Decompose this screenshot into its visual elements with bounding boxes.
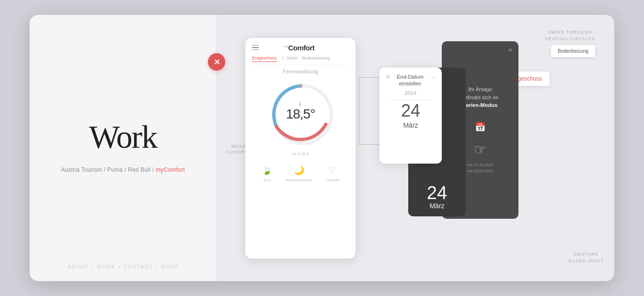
- end-datum-title: End-Datumeinstellen: [391, 73, 430, 87]
- nav-shop[interactable]: SHOP: [161, 264, 178, 270]
- abesenkbetrieb-icon: 🌙: [294, 165, 304, 176]
- bottom-nav: ABOUT / WORK / CONTACT / SHOP: [68, 264, 178, 270]
- mode-icons: 🍃 Eco 🌙 Abesenkbetrieb ♡ Comfort: [245, 160, 356, 182]
- cal-dark-day: 24: [427, 184, 447, 202]
- temperature-value: 18,5°: [286, 107, 315, 121]
- mode-eco[interactable]: 🍃 Eco: [262, 165, 272, 182]
- swipe-callout: SWIPE THROUGHHEATING CIRCUITS Bodenheizu…: [545, 29, 596, 58]
- tab-bodenheizung[interactable]: Bodenheizung: [302, 56, 330, 62]
- calendar-icon: 📅: [475, 122, 485, 132]
- mode-comfort[interactable]: ♡ Comfort: [326, 165, 339, 182]
- mode-abesenkbetrieb[interactable]: 🌙 Abesenkbetrieb: [286, 165, 312, 182]
- phone-mockup: myComfort Erdgeschoss 1. Stock Bodenheiz…: [245, 38, 356, 259]
- app-logo: myComfort: [284, 44, 315, 52]
- thermostat-icon: 🌡: [298, 101, 303, 107]
- end-datum-month: März: [403, 121, 418, 129]
- end-datum-year: 2014: [385, 90, 436, 96]
- phone-body: Ferienwohnung 🌡 18,5°: [245, 65, 356, 182]
- end-datum-day: 24: [401, 102, 420, 119]
- right-panel: MOVECONTROL SWIPE THROUGHHEATING CIRCUIT…: [217, 15, 614, 281]
- tab-erdgeschoss[interactable]: Erdgeschoss: [252, 56, 277, 62]
- nav-sep2: /: [118, 264, 120, 270]
- room-name: Ferienwohnung: [283, 69, 318, 74]
- gesture-hand-icon: ☞: [474, 141, 487, 158]
- abesenkbetrieb-label: Abesenkbetrieb: [286, 178, 312, 182]
- dial-container[interactable]: 🌡 18,5°: [266, 76, 335, 146]
- nav-work[interactable]: WORK: [97, 264, 116, 270]
- eco-label: Eco: [264, 178, 270, 182]
- eco-icon: 🍃: [262, 165, 272, 176]
- ferien-dates: von 01.03.2014 bis 23.03.2014: [467, 162, 493, 175]
- gesture-based-input-label: GESTUREBASED INPUT: [568, 251, 604, 264]
- work-logo: Work: [89, 120, 157, 153]
- ferien-close-button[interactable]: ✕: [508, 47, 513, 54]
- end-datum-header: ✕ End-Datumeinstellen →: [385, 73, 436, 87]
- end-datum-next-arrow[interactable]: →: [430, 73, 436, 81]
- nav-contact[interactable]: CONTACT: [124, 264, 153, 270]
- phone-header: myComfort Erdgeschoss 1. Stock Bodenheiz…: [245, 38, 356, 65]
- end-datum-close-button[interactable]: ✕: [385, 73, 391, 81]
- svg-point-0: [299, 84, 302, 88]
- ferien-text: Ihr Anlagebefindet sich imFerien-Modus: [462, 85, 498, 109]
- connector-line-2: [359, 77, 359, 144]
- close-button[interactable]: ✕: [208, 53, 225, 71]
- comfort-label: Comfort: [326, 178, 339, 182]
- bodenheizung-tab: Bodenheizung: [551, 45, 595, 57]
- top-area: Work Austria Tourism / Puma / Red Bull /…: [61, 29, 185, 264]
- end-datum-calendar: 24 März: [385, 102, 436, 129]
- phone-tabs: Erdgeschoss 1. Stock Bodenheizung: [252, 56, 349, 65]
- main-card: Work Austria Tourism / Puma / Red Bull /…: [30, 15, 614, 281]
- nav-sep1: /: [92, 264, 93, 270]
- nav-about[interactable]: ABOUT: [68, 264, 89, 270]
- swipe-callout-text: SWIPE THROUGHHEATING CIRCUITS: [545, 29, 596, 42]
- client-list: Austria Tourism / Puma / Red Bull / myCo…: [61, 166, 185, 173]
- nav-sep3: /: [156, 264, 158, 270]
- temp-time: for 5:30 h: [292, 152, 309, 156]
- tab-1stock[interactable]: 1. Stock: [282, 56, 298, 62]
- temp-display: 🌡 18,5°: [286, 101, 315, 121]
- comfort-icon: ♡: [329, 165, 336, 176]
- end-datum-panel: ✕ End-Datumeinstellen → 2014 24 März: [380, 68, 442, 164]
- left-panel: Work Austria Tourism / Puma / Red Bull /…: [30, 15, 217, 281]
- hamburger-icon[interactable]: [252, 45, 259, 50]
- cal-dark-month: März: [429, 202, 444, 210]
- phone-topbar: myComfort: [252, 44, 349, 52]
